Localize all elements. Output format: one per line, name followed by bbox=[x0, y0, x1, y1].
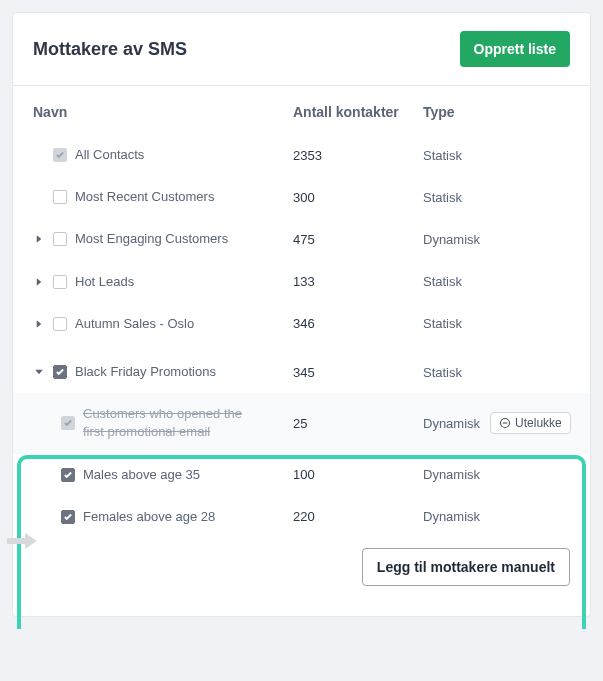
table-row: Customers who opened the first promotion… bbox=[13, 393, 590, 453]
contact-count: 475 bbox=[293, 232, 423, 247]
checkbox[interactable] bbox=[61, 510, 75, 524]
exclude-button[interactable]: Utelukke bbox=[490, 412, 571, 434]
checkbox[interactable] bbox=[61, 468, 75, 482]
create-list-button[interactable]: Opprett liste bbox=[460, 31, 570, 67]
table-row: Hot Leads 133 Statisk bbox=[13, 261, 590, 303]
list-name: Black Friday Promotions bbox=[75, 363, 216, 381]
list-name: All Contacts bbox=[75, 146, 144, 164]
add-recipients-manual-button[interactable]: Legg til mottakere manuelt bbox=[362, 548, 570, 586]
list-name: Customers who opened the first promotion… bbox=[83, 405, 253, 441]
table-row: Autumn Sales - Oslo 346 Statisk bbox=[13, 303, 590, 345]
checkbox[interactable] bbox=[53, 148, 67, 162]
checkbox[interactable] bbox=[53, 232, 67, 246]
checkbox[interactable] bbox=[53, 190, 67, 204]
list-type: Statisk bbox=[423, 190, 570, 205]
list-name: Males above age 35 bbox=[83, 466, 200, 484]
table-row: Males above age 35 100 Dynamisk bbox=[13, 454, 590, 496]
checkbox[interactable] bbox=[53, 275, 67, 289]
list-name: Females above age 28 bbox=[83, 508, 215, 526]
checkbox[interactable] bbox=[53, 317, 67, 331]
list-type: Statisk bbox=[423, 316, 570, 331]
list-type: Statisk bbox=[423, 148, 570, 163]
list-type: Statisk bbox=[423, 274, 570, 289]
chevron-down-icon[interactable] bbox=[33, 366, 45, 378]
checkbox[interactable] bbox=[53, 365, 67, 379]
recipients-table: Navn Antall kontakter Type All Contacts … bbox=[13, 86, 590, 616]
arrow-right-icon bbox=[7, 531, 37, 551]
contact-count: 346 bbox=[293, 316, 423, 331]
card-title: Mottakere av SMS bbox=[33, 39, 187, 60]
table-row: All Contacts 2353 Statisk bbox=[13, 134, 590, 176]
checkbox[interactable] bbox=[61, 416, 75, 430]
circle-minus-icon bbox=[499, 417, 511, 429]
card-header: Mottakere av SMS Opprett liste bbox=[13, 13, 590, 86]
table-row: Black Friday Promotions 345 Statisk bbox=[13, 345, 590, 393]
chevron-right-icon[interactable] bbox=[33, 318, 45, 330]
list-name: Hot Leads bbox=[75, 273, 134, 291]
table-row: Most Recent Customers 300 Statisk bbox=[13, 176, 590, 218]
list-name: Most Recent Customers bbox=[75, 188, 214, 206]
column-name: Navn bbox=[33, 104, 293, 120]
table-header: Navn Antall kontakter Type bbox=[13, 86, 590, 134]
list-type: Dynamisk bbox=[423, 467, 570, 482]
column-contacts: Antall kontakter bbox=[293, 104, 423, 120]
list-type: Statisk bbox=[423, 365, 570, 380]
table-row: Females above age 28 220 Dynamisk bbox=[13, 496, 590, 538]
contact-count: 133 bbox=[293, 274, 423, 289]
chevron-right-icon[interactable] bbox=[33, 276, 45, 288]
chevron-right-icon[interactable] bbox=[33, 233, 45, 245]
contact-count: 25 bbox=[293, 416, 423, 431]
table-footer: Legg til mottakere manuelt bbox=[13, 538, 590, 602]
contact-count: 100 bbox=[293, 467, 423, 482]
table-row: Most Engaging Customers 475 Dynamisk bbox=[13, 218, 590, 260]
contact-count: 345 bbox=[293, 365, 423, 380]
contact-count: 2353 bbox=[293, 148, 423, 163]
list-type: Dynamisk bbox=[423, 416, 480, 431]
contact-count: 220 bbox=[293, 509, 423, 524]
sms-recipients-card: Mottakere av SMS Opprett liste Navn Anta… bbox=[12, 12, 591, 617]
list-name: Most Engaging Customers bbox=[75, 230, 228, 248]
list-name: Autumn Sales - Oslo bbox=[75, 315, 194, 333]
contact-count: 300 bbox=[293, 190, 423, 205]
list-type: Dynamisk bbox=[423, 509, 570, 524]
list-type: Dynamisk bbox=[423, 232, 570, 247]
column-type: Type bbox=[423, 104, 570, 120]
